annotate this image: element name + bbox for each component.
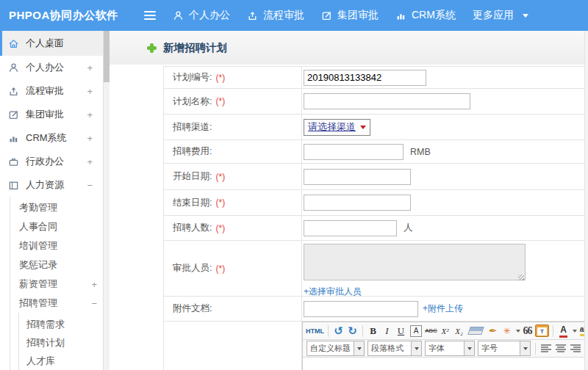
bar-chart-icon [395,10,406,21]
scrollbar-thumb[interactable] [104,31,110,82]
add-plus-icon [147,43,157,53]
sidebar-item-training[interactable]: 培训管理 [10,236,103,255]
attachment-input[interactable] [304,301,418,317]
briefcase-icon [8,156,19,167]
hr-submenu: 考勤管理 人事合同 培训管理 奖惩记录 薪资管理 + 招聘管理 − 招聘需求 招… [10,197,103,370]
approver-textarea[interactable] [304,244,526,280]
sidebar-item-human-resources[interactable]: 人力资源 − [0,173,103,197]
channel-select-value: 请选择渠道 [308,120,356,134]
form-row-channel: 招聘渠道: 请选择渠道 [164,115,588,140]
paragraph-format-combo[interactable]: 段落格式 [368,341,422,356]
expand-toggle[interactable]: + [91,279,97,290]
expand-toggle[interactable]: + [87,133,93,144]
nav-personal-office[interactable]: 个人办公 [173,9,230,22]
home-icon [8,38,19,49]
border-text-button[interactable]: A [410,325,422,337]
select-approver-link[interactable]: +选择审批人员 [304,286,362,296]
edit-square-icon [321,10,332,21]
sidebar-item-hr-contract[interactable]: 人事合同 [10,217,103,236]
plan-number-input[interactable] [304,70,426,86]
nav-workflow-approval[interactable]: 流程审批 [247,9,304,22]
align-left-icon[interactable] [541,344,551,352]
blockquote-button[interactable]: 66 [521,324,534,338]
page-title: 新增招聘计划 [163,41,227,55]
expand-toggle[interactable]: + [87,156,93,167]
page-scrollbar[interactable] [584,31,588,370]
italic-button[interactable]: I [381,324,393,338]
font-size-combo[interactable]: 字号 [478,341,531,356]
subscript-button[interactable]: X₂ [453,324,465,338]
eraser-icon[interactable] [467,327,484,335]
sidebar-item-salary[interactable]: 薪资管理 + [10,275,103,294]
custom-title-combo[interactable]: 自定义标题 [306,341,365,356]
sidebar-item-label: 个人桌面 [26,37,64,50]
caret-down-icon[interactable] [411,341,421,355]
align-right-icon[interactable] [570,344,581,352]
field-label-text: 结束日期: [173,197,212,209]
sidebar-item-label: 人事合同 [19,220,57,233]
sidebar-item-recruit-plan[interactable]: 招聘计划 [19,333,103,352]
sidebar-item-talent-pool[interactable]: 人才库 [19,352,103,370]
sidebar-item-label: 集团审批 [26,108,64,121]
underline-button[interactable]: U [395,324,407,338]
field-label-text: 附件文档: [173,302,212,315]
recruitment-plan-form: 计划编号: (*) 计划名称: (*) 招聘渠道: 请选择渠道 [163,66,588,370]
sidebar-item-group-approval[interactable]: 集团审批 + [0,103,103,126]
nav-group-approval[interactable]: 集团审批 [321,9,379,22]
field-label-text: 招聘渠道: [173,121,212,134]
hamburger-menu-icon[interactable] [144,11,156,20]
plan-name-input[interactable] [304,93,470,109]
sidebar-item-workflow-approval[interactable]: 流程审批 + [0,79,103,103]
nav-more-apps[interactable]: 更多应用 [473,9,528,22]
resize-grip-icon[interactable] [518,275,524,280]
recruit-cost-input[interactable] [304,144,404,160]
caret-down-icon[interactable] [464,341,474,355]
nav-item-label: 个人办公 [189,9,230,22]
format-brush-icon[interactable]: ✒ [487,324,499,338]
expand-toggle[interactable]: + [87,86,93,97]
required-mark: (*) [215,197,225,208]
required-mark: (*) [215,73,225,83]
end-date-input[interactable] [304,195,411,211]
sidebar-item-personal-desktop[interactable]: 个人桌面 [0,31,103,56]
caret-down-icon[interactable] [516,330,520,333]
align-center-icon[interactable] [556,344,566,352]
paste-icon[interactable]: T [535,324,549,337]
undo-icon[interactable]: ↺ [332,324,345,338]
html-source-button[interactable]: HTML [306,324,324,338]
sidebar-item-attendance[interactable]: 考勤管理 [10,198,103,217]
collapse-toggle[interactable]: − [87,180,93,191]
headcount-input[interactable] [304,220,397,236]
collapse-toggle[interactable]: − [91,298,97,309]
expand-toggle[interactable]: + [87,109,93,120]
superscript-button[interactable]: X² [439,324,451,338]
sidebar-item-crm-system[interactable]: CRM系统 + [0,126,103,150]
bold-button[interactable]: B [367,324,379,338]
sidebar-item-personal-office[interactable]: 个人办公 + [0,56,103,79]
form-row-approvers: 审批人员: (*) +选择审批人员 [164,241,588,297]
sidebar-item-reward-punishment[interactable]: 奖惩记录 [10,255,103,275]
required-mark: (*) [215,172,225,182]
font-color-button[interactable]: A [557,324,570,338]
editor-content-area[interactable] [303,358,588,370]
strikethrough-button[interactable]: ABC [425,324,437,338]
sidebar-scrollbar[interactable] [103,31,110,370]
caret-down-icon[interactable] [520,341,530,355]
sidebar-item-admin-office[interactable]: 行政办公 + [0,150,103,173]
sidebar-item-recruitment[interactable]: 招聘管理 − [10,294,103,313]
field-label-attachment: 附件文档: [164,297,302,321]
sidebar-item-recruit-demand[interactable]: 招聘需求 [19,315,103,333]
start-date-input[interactable] [304,169,411,185]
sidebar-item-label: 流程审批 [26,84,64,98]
field-label-plan-number: 计划编号: (*) [164,67,302,88]
nav-crm-system[interactable]: CRM系统 [395,9,456,22]
caret-down-icon[interactable] [573,330,577,333]
font-family-combo[interactable]: 字体 [425,341,475,356]
format-painter-icon[interactable]: ✳ [501,324,513,338]
expand-toggle[interactable]: + [87,62,93,73]
attachment-upload-link[interactable]: +附件上传 [423,302,463,315]
nav-item-label: CRM系统 [412,9,456,22]
channel-select[interactable]: 请选择渠道 [304,119,370,136]
redo-icon[interactable]: ↻ [346,324,359,338]
caret-down-icon[interactable] [354,341,364,355]
